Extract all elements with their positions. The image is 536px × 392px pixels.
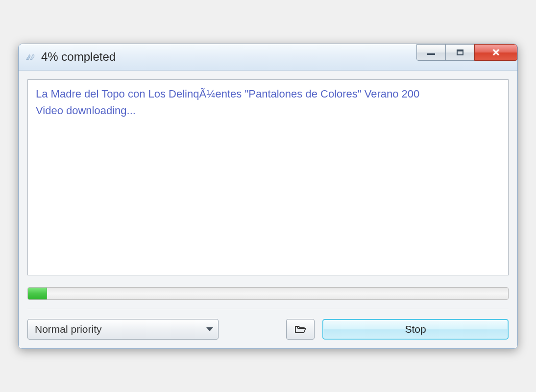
close-button[interactable]: ✕	[474, 44, 517, 61]
titlebar[interactable]: 4% completed ✕	[19, 44, 517, 71]
close-icon: ✕	[492, 48, 500, 57]
minimize-icon	[427, 53, 435, 55]
log-line-title: La Madre del Topo con Los DelinqÃ¼entes …	[36, 86, 500, 102]
chevron-down-icon	[206, 327, 213, 331]
log-line-status: Video downloading...	[36, 102, 500, 119]
client-area: La Madre del Topo con Los DelinqÃ¼entes …	[19, 71, 517, 348]
minimize-button[interactable]	[416, 44, 446, 61]
progress-fill	[28, 288, 47, 299]
priority-select[interactable]: Normal priority	[27, 319, 219, 340]
stop-label: Stop	[405, 323, 426, 335]
download-progress-window: 4% completed ✕ La Madre del Topo con Los…	[18, 44, 518, 349]
window-title: 4% completed	[41, 50, 116, 64]
maximize-button[interactable]	[445, 44, 475, 61]
window-controls: ✕	[417, 44, 517, 70]
maximize-icon	[457, 49, 463, 55]
stop-button[interactable]: Stop	[322, 319, 509, 340]
progress-section	[27, 287, 509, 309]
app-icon	[24, 51, 36, 63]
download-log-panel: La Madre del Topo con Los DelinqÃ¼entes …	[27, 79, 509, 275]
folder-open-icon	[294, 324, 306, 334]
priority-label: Normal priority	[35, 323, 102, 335]
progress-bar	[27, 287, 509, 300]
open-folder-button[interactable]	[286, 319, 315, 340]
bottom-controls: Normal priority Stop	[27, 309, 509, 340]
